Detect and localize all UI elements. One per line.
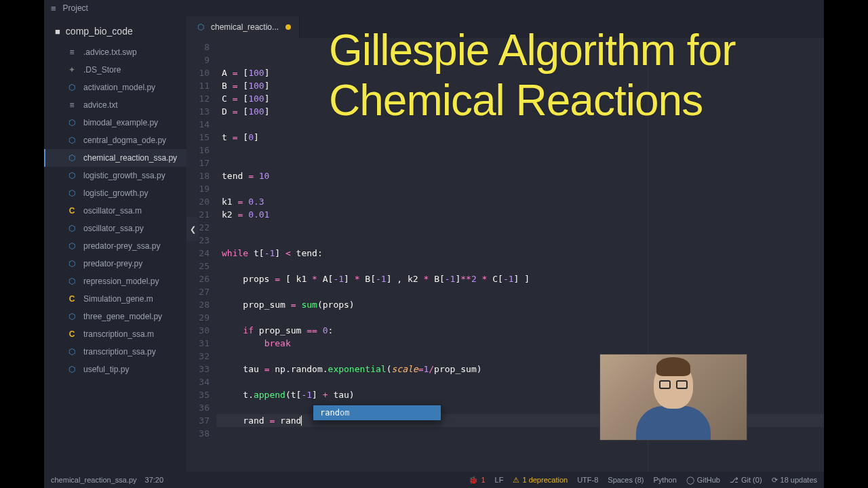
- txt-icon: ≡: [66, 100, 78, 110]
- file-item[interactable]: ≡advice.txt: [44, 96, 186, 114]
- file-item[interactable]: ⬡useful_tip.py: [44, 361, 186, 378]
- modified-indicator-icon: [285, 24, 291, 30]
- file-name: predator-prey_ssa.py: [83, 241, 160, 251]
- file-name: chemical_reaction_ssa.py: [83, 153, 177, 163]
- py-icon: ⬡: [66, 347, 78, 357]
- file-name: oscillator_ssa.py: [83, 224, 144, 233]
- status-deprecation[interactable]: ⚠ 1 deprecation: [513, 476, 568, 485]
- file-name: repression_model.py: [83, 277, 159, 286]
- file-name: useful_tip.py: [83, 365, 129, 374]
- py-icon: ⬡: [66, 224, 78, 233]
- status-spaces[interactable]: Spaces (8): [608, 476, 644, 484]
- file-name: Simulation_gene.m: [83, 294, 153, 304]
- autocomplete-item[interactable]: random: [313, 405, 441, 420]
- project-header: ≡ Project: [44, 0, 824, 16]
- tab-chemical-reaction[interactable]: ⬡ chemical_reactio...: [186, 16, 300, 38]
- file-name: transcription_ssa.m: [83, 329, 154, 339]
- python-icon: ⬡: [195, 22, 207, 32]
- file-item[interactable]: ⬡oscillator_ssa.py: [44, 220, 186, 237]
- py-icon: ⬡: [66, 118, 78, 127]
- file-item[interactable]: ⬡chemical_reaction_ssa.py: [44, 149, 186, 167]
- py-icon: ⬡: [66, 83, 78, 92]
- file-name: activation_model.py: [83, 83, 155, 92]
- tab-label: chemical_reactio...: [211, 22, 279, 32]
- status-line-ending[interactable]: LF: [495, 476, 504, 484]
- status-file[interactable]: chemical_reaction_ssa.py: [51, 476, 137, 484]
- file-item[interactable]: ⬡three_gene_model.py: [44, 308, 186, 325]
- status-errors[interactable]: 🐞 1: [469, 476, 485, 485]
- file-item[interactable]: ⬡transcription_ssa.py: [44, 343, 186, 361]
- file-item[interactable]: Ctranscription_ssa.m: [44, 325, 186, 343]
- file-item[interactable]: Coscillator_ssa.m: [44, 202, 186, 220]
- file-name: transcription_ssa.py: [83, 347, 156, 357]
- py-icon: ⬡: [66, 312, 78, 321]
- status-encoding[interactable]: UTF-8: [577, 476, 598, 484]
- line-number-gutter: 8910111213141516171819202122232425262728…: [186, 38, 216, 472]
- file-item[interactable]: ⬡logistic_growth_ssa.py: [44, 167, 186, 184]
- file-item[interactable]: ⬡activation_model.py: [44, 79, 186, 96]
- m-icon: C: [66, 329, 78, 339]
- file-name: three_gene_model.py: [83, 312, 162, 321]
- sidebar-collapse-button[interactable]: ❮: [186, 217, 199, 241]
- menu-icon[interactable]: ≡: [51, 3, 56, 14]
- m-icon: C: [66, 294, 78, 304]
- presenter-webcam: [599, 354, 747, 441]
- file-name: logistic_growth_ssa.py: [83, 171, 165, 180]
- py-icon: ⬡: [66, 277, 78, 286]
- py-icon: ⬡: [66, 188, 78, 198]
- file-item[interactable]: ⬡predator-prey.py: [44, 255, 186, 272]
- file-name: oscillator_ssa.m: [83, 206, 142, 216]
- autocomplete-match: rand: [320, 408, 340, 418]
- folder-icon: ■: [55, 26, 60, 37]
- file-item[interactable]: ≡.advice.txt.swp: [44, 43, 186, 61]
- file-item[interactable]: ⬡logistic_growth.py: [44, 184, 186, 202]
- file-name: bimodal_example.py: [83, 118, 158, 127]
- ds-icon: ✦: [66, 65, 78, 75]
- m-icon: C: [66, 206, 78, 216]
- file-item[interactable]: ⬡bimodal_example.py: [44, 114, 186, 131]
- file-name: central_dogma_ode.py: [83, 136, 166, 145]
- file-name: logistic_growth.py: [83, 188, 148, 198]
- txt-icon: ≡: [66, 47, 78, 57]
- status-git[interactable]: ⎇ Git (0): [730, 476, 762, 485]
- video-title-overlay: Gillespie Algorithm for Chemical Reactio…: [329, 26, 868, 125]
- file-item[interactable]: ⬡repression_model.py: [44, 272, 186, 290]
- file-name: .advice.txt.swp: [83, 47, 137, 57]
- py-icon: ⬡: [66, 136, 78, 145]
- status-updates[interactable]: ⟳ 18 updates: [772, 476, 817, 485]
- file-tree[interactable]: ■ comp_bio_code ≡.advice.txt.swp✦.DS_Sto…: [44, 16, 186, 472]
- project-root[interactable]: ■ comp_bio_code: [44, 22, 186, 43]
- py-icon: ⬡: [66, 153, 78, 163]
- py-icon: ⬡: [66, 365, 78, 374]
- file-item[interactable]: ⬡predator-prey_ssa.py: [44, 237, 186, 255]
- file-name: advice.txt: [83, 100, 118, 110]
- py-icon: ⬡: [66, 171, 78, 180]
- autocomplete-popup[interactable]: random: [313, 405, 441, 421]
- file-name: predator-prey.py: [83, 259, 142, 268]
- status-cursor[interactable]: 37:20: [145, 476, 164, 484]
- autocomplete-rest: om: [340, 408, 349, 418]
- status-bar: chemical_reaction_ssa.py 37:20 🐞 1 LF ⚠ …: [44, 472, 824, 488]
- file-item[interactable]: ⬡central_dogma_ode.py: [44, 131, 186, 149]
- project-root-name: comp_bio_code: [66, 26, 133, 37]
- py-icon: ⬡: [66, 241, 78, 251]
- status-language[interactable]: Python: [654, 476, 677, 484]
- status-github[interactable]: ◯ GitHub: [686, 476, 720, 485]
- project-label: Project: [63, 3, 88, 13]
- file-name: .DS_Store: [83, 65, 121, 75]
- file-item[interactable]: ✦.DS_Store: [44, 61, 186, 79]
- py-icon: ⬡: [66, 259, 78, 268]
- file-item[interactable]: CSimulation_gene.m: [44, 290, 186, 308]
